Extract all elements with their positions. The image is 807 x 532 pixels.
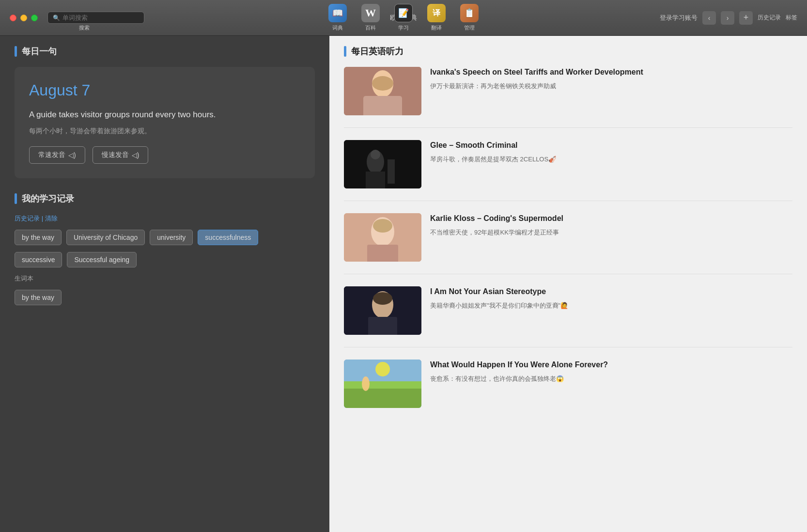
main-content: 每日一句 August 7 A guide takes visitor grou… [0, 36, 807, 532]
back-button[interactable]: ‹ [702, 11, 716, 25]
tag-university[interactable]: university [150, 230, 193, 245]
study-section-title: 我的学习记录 [22, 193, 74, 204]
news-list: Ivanka's Speech on Steel Tariffs and Wor… [344, 67, 792, 420]
svg-point-7 [371, 150, 380, 159]
news-item-4[interactable]: I Am Not Your Asian Stereotype 美籍华裔小姐姐发声… [344, 286, 792, 347]
guanli-icon: 📋 [460, 4, 479, 22]
news-text-2: Glee – Smooth Criminal 琴房斗歌，伴奏居然是提琴双杰 2C… [430, 140, 792, 188]
news-item-1[interactable]: Ivanka's Speech on Steel Tariffs and Wor… [344, 67, 792, 128]
toolbar-item-cidian[interactable]: 📖 词典 [328, 4, 347, 31]
news-desc-3: 不当维密天使，92年超模KK学编程才是正经事 [430, 228, 792, 238]
tag-by-the-way[interactable]: by the way [15, 230, 62, 245]
svg-rect-2 [363, 96, 402, 115]
svg-rect-19 [344, 381, 421, 389]
study-section-header: 我的学习记录 [15, 193, 315, 204]
minimize-button[interactable] [20, 15, 27, 21]
toolbar-item-fanyi[interactable]: 译 翻译 [427, 4, 446, 31]
sentence-chinese: 每两个小时，导游会带着旅游团来参观。 [29, 127, 300, 136]
fanyi-icon: 译 [427, 4, 446, 22]
news-desc-2: 琴房斗歌，伴奏居然是提琴双杰 2CELLOS🎻 [430, 155, 792, 165]
search-icon: 🔍 [53, 15, 60, 21]
history-record-label: 历史记录 [15, 215, 40, 222]
audio-buttons: 常速发音 ◁) 慢速发音 ◁) [29, 146, 300, 164]
daily-sentence-box: August 7 A guide takes visitor groups ro… [15, 67, 315, 178]
history-label[interactable]: 历史记录 [758, 14, 781, 22]
right-section-bar [344, 46, 346, 57]
left-panel: 每日一句 August 7 A guide takes visitor grou… [0, 36, 329, 532]
vocab-label: 生词本 [15, 274, 315, 283]
history-tags-row: by the way University of Chicago univers… [15, 230, 315, 245]
news-thumb-2 [344, 140, 421, 188]
toolbar-label-guanli: 管理 [464, 24, 475, 31]
news-text-5: What Would Happen If You Were Alone Fore… [430, 360, 792, 408]
section-bar-daily [15, 46, 17, 57]
forward-button[interactable]: › [721, 11, 734, 25]
sentence-english: A guide takes visitor groups round every… [29, 108, 300, 121]
news-text-4: I Am Not Your Asian Stereotype 美籍华裔小姐姐发声… [430, 286, 792, 335]
search-label: 搜索 [79, 24, 90, 31]
xuexi-icon: 📝 [394, 4, 413, 22]
tag-university-chicago[interactable]: University of Chicago [66, 230, 145, 245]
login-label[interactable]: 登录学习账号 [660, 14, 698, 22]
clear-label[interactable]: 清除 [45, 215, 58, 222]
vocab-tags-row: by the way [15, 290, 315, 305]
toolbar-item-baike[interactable]: W 百科 [361, 4, 380, 31]
toolbar-label-baike: 百科 [365, 24, 376, 31]
date-label: August 7 [29, 81, 300, 99]
toolbar-item-xuexi[interactable]: 📝 学习 [394, 4, 413, 31]
tag-successive[interactable]: successive [15, 252, 62, 267]
svg-point-21 [362, 376, 370, 391]
search-input[interactable] [62, 14, 140, 21]
close-button[interactable] [10, 15, 16, 21]
toolbar-item-guanli[interactable]: 📋 管理 [460, 4, 479, 31]
news-title-1[interactable]: Ivanka's Speech on Steel Tariffs and Wor… [430, 67, 792, 78]
add-tab-button[interactable]: + [739, 11, 753, 25]
svg-rect-18 [344, 386, 421, 408]
slow-speed-button[interactable]: 慢速发音 ◁) [93, 146, 149, 164]
svg-rect-15 [368, 317, 397, 335]
news-title-5[interactable]: What Would Happen If You Were Alone Fore… [430, 360, 792, 370]
news-title-3[interactable]: Karlie Kloss – Coding's Supermodel [430, 213, 792, 224]
slow-speed-label: 慢速发音 [102, 151, 129, 159]
traffic-lights [10, 15, 38, 21]
search-box[interactable]: 🔍 [47, 12, 144, 24]
tags-label[interactable]: 标签 [786, 14, 797, 22]
news-text-1: Ivanka's Speech on Steel Tariffs and Wor… [430, 67, 792, 115]
normal-speed-label: 常速发音 [38, 151, 65, 159]
baike-icon: W [361, 4, 380, 22]
tag-successful-ageing[interactable]: Successful ageing [67, 252, 137, 267]
news-item-5[interactable]: What Would Happen If You Were Alone Fore… [344, 360, 792, 420]
daily-section-title: 每日一句 [22, 46, 57, 57]
news-desc-1: 伊万卡最新演讲：再为老爸钢铁关税发声助威 [430, 81, 792, 92]
study-records-section: 我的学习记录 历史记录 | 清除 by the way University o… [15, 193, 315, 305]
normal-speed-button[interactable]: 常速发音 ◁) [29, 146, 85, 164]
news-title-2[interactable]: Glee – Smooth Criminal [430, 140, 792, 151]
svg-point-12 [373, 219, 392, 233]
section-bar-study [15, 193, 17, 204]
news-title-4[interactable]: I Am Not Your Asian Stereotype [430, 286, 792, 297]
right-section-header: 每日英语听力 [344, 46, 792, 57]
toolbar-label-cidian: 词典 [332, 24, 343, 31]
svg-point-16 [373, 292, 392, 305]
news-desc-5: 丧愈系：有没有想过，也许你真的会孤独终老😱 [430, 374, 792, 384]
vocab-tag-by-the-way[interactable]: by the way [15, 290, 62, 305]
svg-point-3 [372, 76, 393, 91]
tag-successfulness[interactable]: successfulness [198, 230, 258, 245]
audio-icon-2: ◁) [132, 151, 140, 159]
titlebar: 🔍 搜索 欧路词典 📖 词典 W 百科 📝 学习 译 翻译 📋 [0, 0, 807, 36]
right-panel: 每日英语听力 Ivanka's Speech on Steel Tariffs … [329, 36, 807, 532]
audio-icon-1: ◁) [68, 151, 76, 159]
news-thumb-4 [344, 286, 421, 335]
news-item-2[interactable]: Glee – Smooth Criminal 琴房斗歌，伴奏居然是提琴双杰 2C… [344, 140, 792, 201]
right-section-title: 每日英语听力 [351, 46, 404, 57]
maximize-button[interactable] [31, 15, 38, 21]
toolbar-label-xuexi: 学习 [398, 24, 409, 31]
news-thumb-1 [344, 67, 421, 115]
news-desc-4: 美籍华裔小姐姐发声"我不是你们印象中的亚裔"🙋 [430, 301, 792, 311]
toolbar-right: 登录学习账号 ‹ › + 历史记录 标签 [660, 11, 797, 25]
svg-rect-11 [367, 245, 398, 262]
news-item-3[interactable]: Karlie Kloss – Coding's Supermodel 不当维密天… [344, 213, 792, 274]
record-meta: 历史记录 | 清除 [15, 214, 315, 223]
extra-tags-row: successive Successful ageing [15, 252, 315, 267]
toolbar: 📖 词典 W 百科 📝 学习 译 翻译 📋 管理 [328, 4, 479, 31]
